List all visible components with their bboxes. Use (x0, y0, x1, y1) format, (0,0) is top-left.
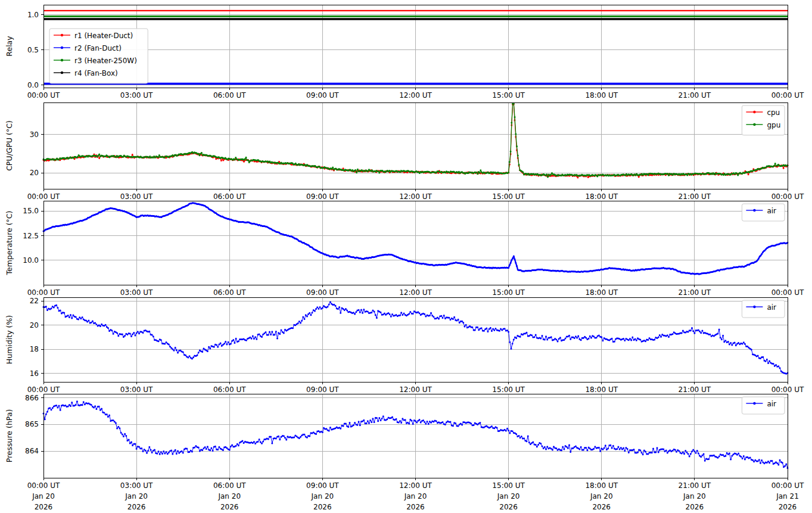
x-tick-label: 18:00 UT (585, 385, 618, 394)
x-tick-date: Jan 20 (404, 492, 427, 500)
y-tick-label: 22 (30, 297, 39, 305)
x-tick-label: 12:00 UT (399, 481, 432, 490)
legend-sample-marker (61, 34, 63, 36)
x-tick-label: 00:00 UT (27, 288, 60, 297)
x-tick-label: 06:00 UT (213, 385, 246, 394)
x-tick-label: 03:00 UT (120, 385, 153, 394)
x-tick-label: 03:00 UT (120, 192, 153, 201)
x-tick-label: 06:00 UT (213, 288, 246, 297)
x-tick-label: 09:00 UT (306, 192, 339, 201)
x-tick-date: Jan 20 (311, 492, 334, 500)
x-tick-date: Jan 20 (683, 492, 706, 500)
panel-temperature: 10.012.515.000:00 UT03:00 UT06:00 UT09:0… (5, 201, 804, 297)
legend-label: air (767, 207, 776, 215)
x-tick-year: 2026 (313, 503, 332, 511)
y-tick-label: 18 (30, 345, 39, 353)
ylabel-humidity: Humidity (%) (5, 315, 14, 364)
x-tick-label: 12:00 UT (399, 91, 432, 100)
legend-sample-marker (61, 71, 63, 74)
x-tick-label: 03:00 UT (120, 91, 153, 100)
x-tick-date: Jan 20 (590, 492, 613, 500)
x-tick-date: Jan 21 (776, 492, 799, 500)
x-tick-label: 06:00 UT (213, 481, 246, 490)
x-tick-label: 09:00 UT (306, 385, 339, 394)
y-tick-label: 10.0 (23, 256, 39, 265)
x-tick-label: 21:00 UT (679, 288, 711, 297)
legend-sample-marker (753, 402, 755, 405)
x-tick-label: 03:00 UT (120, 481, 153, 490)
x-tick-label: 21:00 UT (679, 91, 711, 100)
legend-label: r3 (Heater-250W) (74, 57, 137, 65)
legend-label: r1 (Heater-Duct) (74, 32, 133, 40)
x-tick-year: 2026 (127, 503, 146, 511)
x-tick-label: 00:00 UT (27, 481, 60, 490)
x-tick-year: 2026 (686, 503, 704, 511)
x-tick-label: 15:00 UT (492, 288, 525, 297)
x-tick-label: 09:00 UT (306, 481, 339, 490)
legend-cpu_gpu: cpugpu (742, 105, 785, 135)
x-tick-label: 00:00 UT (27, 91, 60, 100)
legend-relay: r1 (Heater-Duct)r2 (Fan-Duct)r3 (Heater-… (49, 29, 148, 83)
sensor-dashboard-figure: 0.00.51.000:00 UT03:00 UT06:00 UT09:00 U… (0, 0, 812, 513)
y-tick-label: 864 (25, 447, 39, 455)
x-tick-label: 09:00 UT (306, 91, 339, 100)
legend-box (742, 397, 785, 414)
legend-pressure: air (742, 397, 785, 414)
y-tick-label: 866 (25, 394, 39, 402)
y-tick-label: 20 (30, 321, 39, 329)
x-tick-label: 00:00 UT (771, 91, 804, 100)
x-tick-date: Jan 20 (125, 492, 148, 500)
x-tick-label: 06:00 UT (213, 91, 246, 100)
x-tick-label: 15:00 UT (492, 385, 525, 394)
x-tick-year: 2026 (220, 503, 239, 511)
x-tick-date: Jan 20 (32, 492, 55, 500)
panel-cpu_gpu: 203000:00 UT03:00 UT06:00 UT09:00 UT12:0… (5, 102, 804, 201)
x-tick-label: 06:00 UT (213, 192, 246, 201)
x-tick-label: 12:00 UT (399, 288, 432, 297)
x-tick-label: 00:00 UT (771, 192, 804, 201)
ylabel-relay: Relay (5, 36, 14, 57)
ylabel-cpu_gpu: CPU/GPU (°C) (5, 120, 14, 171)
x-tick-year: 2026 (779, 503, 797, 511)
ylabel-temperature: Temperature (°C) (5, 211, 14, 276)
panel-relay: 0.00.51.000:00 UT03:00 UT06:00 UT09:00 U… (5, 5, 804, 100)
legend-sample-marker (61, 46, 63, 49)
legend-sample-marker (753, 111, 755, 113)
x-tick-year: 2026 (499, 503, 518, 511)
x-tick-year: 2026 (406, 503, 425, 511)
panel-pressure: 86486586600:00 UTJan 20202603:00 UTJan 2… (5, 394, 804, 511)
y-tick-label: 1.0 (27, 11, 39, 19)
x-tick-label: 21:00 UT (679, 481, 711, 490)
panel-humidity: 1618202200:00 UT03:00 UT06:00 UT09:00 UT… (5, 297, 804, 394)
x-tick-year: 2026 (592, 503, 611, 511)
x-tick-date: Jan 20 (497, 492, 520, 500)
x-tick-label: 00:00 UT (771, 385, 804, 394)
y-tick-label: 12.5 (23, 232, 39, 240)
x-tick-label: 15:00 UT (492, 481, 525, 490)
y-tick-label: 16 (30, 369, 39, 378)
x-tick-label: 00:00 UT (27, 385, 60, 394)
x-tick-year: 2026 (35, 503, 53, 511)
x-tick-label: 12:00 UT (399, 385, 432, 394)
legend-label: gpu (767, 121, 780, 129)
chart-svg: 0.00.51.000:00 UT03:00 UT06:00 UT09:00 U… (0, 0, 812, 513)
x-tick-label: 09:00 UT (306, 288, 339, 297)
legend-sample-marker (753, 306, 755, 308)
y-tick-label: 20 (30, 169, 39, 177)
x-tick-label: 21:00 UT (679, 385, 711, 394)
y-tick-label: 30 (30, 130, 39, 139)
x-tick-label: 00:00 UT (27, 192, 60, 201)
y-tick-label: 0.0 (27, 81, 39, 89)
x-tick-label: 18:00 UT (585, 91, 618, 100)
legend-label: air (767, 400, 776, 408)
y-tick-label: 15.0 (23, 207, 39, 215)
legend-box (742, 204, 785, 221)
legend-box (742, 300, 785, 318)
x-tick-label: 15:00 UT (492, 192, 525, 201)
x-tick-label: 00:00 UT (771, 481, 804, 490)
x-tick-label: 18:00 UT (585, 192, 618, 201)
y-tick-label: 865 (25, 420, 39, 428)
x-tick-label: 12:00 UT (399, 192, 432, 201)
x-tick-label: 18:00 UT (585, 481, 618, 490)
legend-label: cpu (767, 108, 780, 117)
